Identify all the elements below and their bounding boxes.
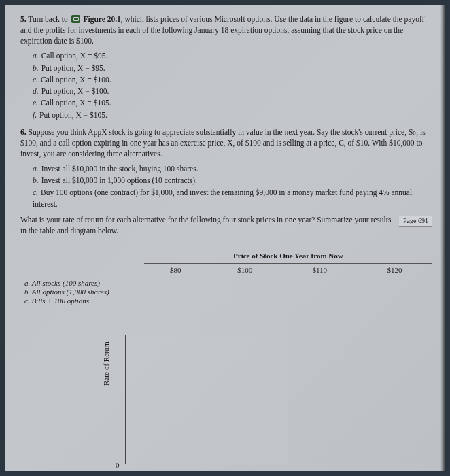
- q5-item-e: e.Call option, X = $105.: [33, 97, 432, 109]
- col-head-3: $120: [357, 264, 432, 277]
- q6-prompt: What is your rate of return for each alt…: [20, 216, 391, 235]
- col-head-2: $110: [283, 264, 358, 277]
- col-head-1: $100: [207, 264, 283, 277]
- page-tag: Page 691: [399, 216, 432, 227]
- chart-y-label: Rate of Return: [102, 341, 110, 386]
- q6-text: Suppose you think AppX stock is going to…: [20, 128, 426, 158]
- q5-number: 5.: [20, 15, 27, 23]
- price-table: Price of Stock One Year from Now $80 $10…: [20, 250, 432, 305]
- chart-box: [125, 335, 288, 464]
- q6-item-c: c.Buy 100 options (one contract) for $1,…: [33, 187, 432, 211]
- q5-text-a: Turn back to: [28, 15, 69, 23]
- table-group-head: Price of Stock One Year from Now: [144, 250, 432, 264]
- chart-zero: 0: [116, 461, 120, 469]
- table-col-head-row: $80 $100 $110 $120: [20, 264, 432, 277]
- question-5: 5. Turn back to Figure 20.1, which lists…: [20, 14, 432, 46]
- scan-edge-shadow: [440, 5, 445, 471]
- q5-figure-ref: Figure 20.1: [83, 15, 120, 23]
- q5-item-f: f.Put option, X = $105.: [33, 109, 432, 121]
- q5-item-c: c.Call option, X = $100.: [33, 74, 432, 86]
- link-icon: [71, 15, 80, 23]
- table-row-c: c. Bills + 100 options: [24, 296, 432, 305]
- table-row-a: a. All stocks (100 shares): [24, 279, 432, 287]
- page-scan: 5. Turn back to Figure 20.1, which lists…: [5, 5, 445, 471]
- q6-item-a: a.Invest all $10,000 in the stock, buyin…: [33, 163, 432, 175]
- table-row-labels: a. All stocks (100 shares) b. All option…: [20, 279, 432, 305]
- question-6: 6. Suppose you think AppX stock is going…: [20, 126, 432, 159]
- q6-item-b: b.Invest all $10,000 in 1,000 options (1…: [33, 175, 432, 186]
- table: Price of Stock One Year from Now $80 $10…: [20, 250, 432, 276]
- q6-prompt-row: Page 691 What is your rate of return for…: [20, 214, 432, 236]
- table-row-b: b. All options (1,000 shares): [24, 288, 432, 296]
- chart-area: Rate of Return 0: [101, 335, 291, 471]
- q6-number: 6.: [20, 128, 27, 136]
- q5-item-b: b.Put option, X = $95.: [33, 63, 432, 74]
- q5-text-b: , which lists prices of various Microsof…: [20, 15, 424, 45]
- q5-item-a: a.Call option, X = $95.: [33, 50, 432, 62]
- q5-item-d: d.Put option, X = $100.: [33, 86, 432, 97]
- col-head-0: $80: [144, 264, 207, 277]
